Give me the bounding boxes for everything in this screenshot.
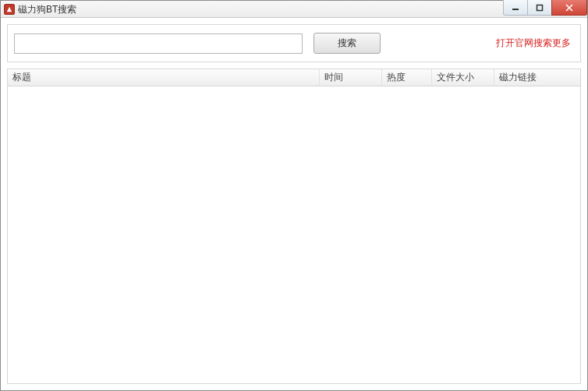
window-controls [504,0,587,16]
close-button[interactable] [551,0,587,16]
column-header-time[interactable]: 时间 [320,69,382,86]
search-input[interactable] [14,33,303,54]
column-header-heat[interactable]: 热度 [382,69,432,86]
app-icon [4,4,15,15]
close-icon [565,4,574,12]
results-body[interactable] [8,86,580,383]
search-panel: 搜索 打开官网搜索更多 [7,24,581,62]
client-area: 搜索 打开官网搜索更多 标题 时间 热度 文件大小 磁力链接 [1,18,587,390]
search-button[interactable]: 搜索 [313,33,381,54]
results-panel: 标题 时间 热度 文件大小 磁力链接 [7,69,581,384]
maximize-button[interactable] [527,0,552,16]
maximize-icon [536,4,544,12]
window-title: 磁力狗BT搜索 [18,1,76,18]
column-header-title[interactable]: 标题 [8,69,320,86]
results-header: 标题 时间 热度 文件大小 磁力链接 [8,69,580,86]
minimize-icon [512,4,519,12]
svg-rect-1 [537,5,543,10]
open-official-site-link[interactable]: 打开官网搜索更多 [496,37,574,50]
minimize-button[interactable] [503,0,528,16]
column-header-size[interactable]: 文件大小 [432,69,494,86]
title-bar: 磁力狗BT搜索 [1,1,587,18]
app-window: 磁力狗BT搜索 搜索 打开官网搜索更多 标题 时间 热度 文件大小 [0,0,588,391]
column-header-magnet[interactable]: 磁力链接 [494,69,580,86]
svg-rect-0 [512,9,519,10]
